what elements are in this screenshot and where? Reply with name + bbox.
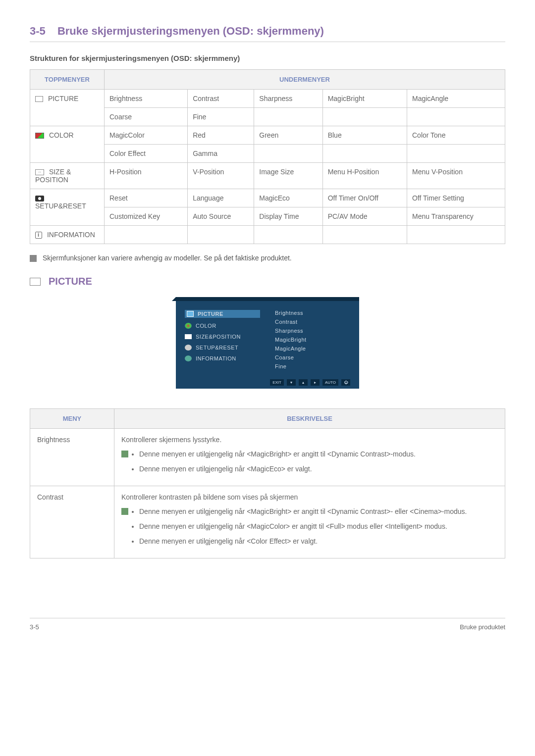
osd-btn-down: ▾ [287, 379, 296, 386]
desc-note-block: Denne menyen er utilgjengelig når <Magic… [121, 450, 498, 479]
section-number: 3-5 [30, 25, 46, 37]
osd-sub: Fine [275, 363, 350, 369]
osd-right-submenu: Brightness Contrast Sharpness MagicBrigh… [275, 310, 350, 372]
sub-cell: Image Size [254, 163, 322, 189]
section-heading: 3-5 Bruke skjermjusteringsmenyen (OSD: s… [30, 25, 505, 38]
osd-info-icon [185, 355, 192, 361]
osd-sub: MagicAngle [275, 346, 350, 352]
info-icon [35, 232, 42, 239]
desc-bullets: Denne menyen er utilgjengelig når <Magic… [139, 507, 467, 551]
topmenu-setup-label: SETUP&RESET [35, 202, 86, 210]
desc-body: Kontrollerer skjermens lysstyrke. Denne … [114, 429, 505, 486]
sub-cell [407, 226, 505, 244]
picture-icon [30, 278, 41, 286]
sub-cell: Brightness [105, 90, 188, 108]
osd-sub: Contrast [275, 319, 350, 325]
sub-cell [322, 226, 407, 244]
topmenu-size: ↔ SIZE & POSITION [30, 163, 105, 189]
sub-cell: Contrast [188, 90, 254, 108]
osd-setup-icon [185, 345, 192, 351]
topmenu-picture-label: PICTURE [48, 95, 78, 102]
th-topmenus: TOPPMENYER [30, 70, 105, 90]
osd-size-icon [185, 334, 192, 339]
menu-description-table: MENY BESKRIVELSE Brightness Kontrollerer… [30, 408, 505, 558]
sub-cell: Fine [188, 108, 254, 126]
sub-cell: Customized Key [105, 207, 188, 226]
sub-cell: Menu V-Position [407, 163, 505, 189]
size-icon: ↔ [35, 169, 44, 175]
topmenu-color: COLOR [30, 126, 105, 163]
sub-cell: Off Timer Setting [407, 189, 505, 207]
menu-structure-table: TOPPMENYER UNDERMENYER PICTURE Brightnes… [30, 69, 505, 244]
desc-bullet: Denne menyen er utilgjengelig når <Magic… [139, 464, 416, 474]
osd-item-size: SIZE&POSITION [185, 334, 260, 340]
footer-right: Bruke produktet [460, 623, 505, 631]
sub-cell: Coarse [105, 108, 188, 126]
osd-sub: Coarse [275, 354, 350, 360]
heading-rule [30, 42, 505, 42]
sub-cell: Blue [322, 126, 407, 145]
desc-row-brightness: Brightness Kontrollerer skjermens lyssty… [30, 429, 505, 486]
note-row: Skjermfunksjoner kan variere avhengig av… [30, 254, 505, 262]
sub-cell: Color Effect [105, 145, 188, 163]
osd-button-bar: EXIT ▾ ▴ ▸ AUTO ⏻ [185, 379, 350, 386]
osd-btn-up: ▴ [299, 379, 308, 386]
desc-bullet: Denne menyen er utilgjengelig når <Magic… [139, 450, 416, 459]
picture-icon [35, 96, 43, 102]
sub-cell: Language [188, 189, 254, 207]
sub-cell [254, 145, 322, 163]
sub-cell: MagicColor [105, 126, 188, 145]
osd-picture-icon [187, 311, 194, 317]
osd-item-setup: SETUP&RESET [185, 345, 260, 351]
desc-row-contrast: Contrast Kontrollerer kontrasten på bild… [30, 486, 505, 558]
desc-name: Contrast [30, 486, 114, 558]
desc-note-block: Denne menyen er utilgjengelig når <Magic… [121, 507, 498, 551]
sub-cell: Gamma [188, 145, 254, 163]
note-icon [30, 255, 37, 262]
section-title: Bruke skjermjusteringsmenyen (OSD: skjer… [57, 25, 324, 37]
th-submenus: UNDERMENYER [105, 70, 505, 90]
sub-cell [254, 226, 322, 244]
osd-sub: Sharpness [275, 328, 350, 334]
topmenu-info: INFORMATION [30, 226, 105, 244]
desc-bullet: Denne menyen er utilgjengelig når <Color… [139, 537, 467, 547]
desc-bullet: Denne menyen er utilgjengelig når <Magic… [139, 522, 467, 532]
footer-left: 3-5 [30, 623, 39, 631]
th-beskrivelse: BESKRIVELSE [114, 409, 505, 429]
osd-btn-right: ▸ [311, 379, 320, 386]
osd-sub: Brightness [275, 310, 350, 316]
desc-intro: Kontrollerer kontrasten på bildene som v… [121, 493, 498, 501]
desc-bullet: Denne menyen er utilgjengelig når <Magic… [139, 507, 467, 517]
sub-cell: Menu H-Position [322, 163, 407, 189]
desc-name: Brightness [30, 429, 114, 486]
picture-section-heading: PICTURE [30, 276, 505, 287]
note-icon [121, 451, 128, 457]
desc-body: Kontrollerer kontrasten på bildene som v… [114, 486, 505, 558]
sub-cell: H-Position [105, 163, 188, 189]
sub-cell: Menu Transparency [407, 207, 505, 226]
sub-cell [322, 108, 407, 126]
sub-cell [254, 108, 322, 126]
sub-cell [188, 226, 254, 244]
osd-item-info: INFORMATION [185, 355, 260, 361]
sub-cell: Red [188, 126, 254, 145]
color-icon [35, 133, 44, 139]
structure-subheading: Strukturen for skjermjusteringsmenyen (O… [30, 54, 505, 62]
page-footer: 3-5 Bruke produktet [30, 618, 505, 631]
osd-screenshot: PICTURE COLOR SIZE&POSITION SETUP&RESET … [176, 297, 359, 389]
setup-icon [35, 196, 44, 202]
sub-cell [407, 145, 505, 163]
sub-cell [105, 226, 188, 244]
sub-cell: Auto Source [188, 207, 254, 226]
desc-intro: Kontrollerer skjermens lysstyrke. [121, 436, 498, 444]
sub-cell: Color Tone [407, 126, 505, 145]
th-meny: MENY [30, 409, 114, 429]
sub-cell: Off Timer On/Off [322, 189, 407, 207]
sub-cell: MagicEco [254, 189, 322, 207]
osd-btn-auto: AUTO [322, 379, 338, 386]
osd-sub: MagicBright [275, 337, 350, 343]
topmenu-picture: PICTURE [30, 90, 105, 126]
topmenu-setup: SETUP&RESET [30, 189, 105, 226]
sub-cell [407, 108, 505, 126]
topmenu-color-label: COLOR [49, 131, 74, 139]
